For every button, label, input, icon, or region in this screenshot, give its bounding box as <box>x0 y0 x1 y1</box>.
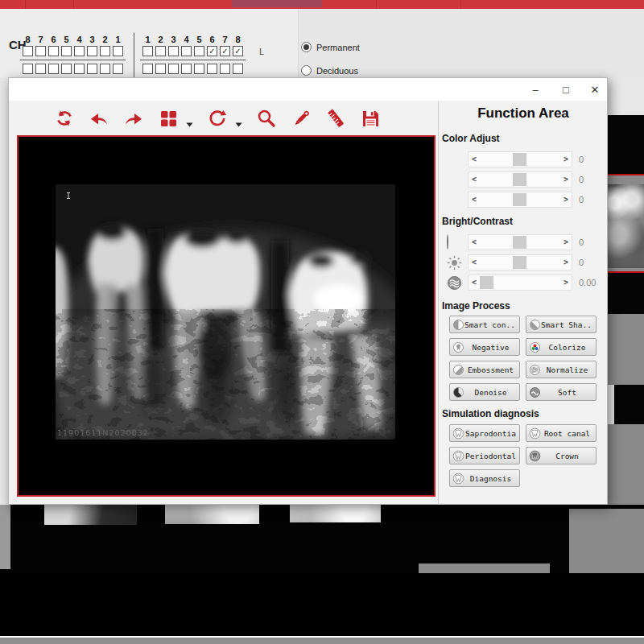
tooth-checkbox[interactable] <box>61 46 72 56</box>
tooth-checkbox[interactable] <box>155 64 166 74</box>
undo-icon[interactable] <box>89 108 109 129</box>
tooth-checkbox[interactable] <box>74 46 85 56</box>
tooth-checkbox[interactable] <box>87 46 97 56</box>
tooth-checkbox[interactable] <box>87 64 97 74</box>
tooth-checkbox[interactable] <box>194 46 204 56</box>
simulation-button-label: Saprodontia <box>464 429 517 438</box>
annotate-pen-icon[interactable] <box>291 108 312 129</box>
simulation-button[interactable]: Root canal <box>526 424 597 442</box>
tooth-checkbox[interactable] <box>23 64 33 74</box>
green-slider[interactable]: < > <box>468 171 572 188</box>
tooth-checkbox[interactable] <box>35 64 46 74</box>
layout-dropdown-caret-icon[interactable] <box>186 116 193 121</box>
layout-grid-icon[interactable] <box>158 108 179 129</box>
slider-thumb[interactable] <box>513 193 526 206</box>
tooth-checkbox[interactable] <box>100 46 110 56</box>
top-bar-divider <box>460 0 461 9</box>
slider-thumb[interactable] <box>480 276 493 289</box>
tooth-checkbox[interactable] <box>48 46 59 56</box>
radio-label: Permanent <box>316 43 360 52</box>
simulation-button[interactable]: Diagnosis <box>449 469 520 487</box>
tooth-checkbox[interactable] <box>48 64 59 74</box>
tooth-checkbox[interactable]: ✓ <box>233 46 243 56</box>
slider-thumb[interactable] <box>513 256 526 269</box>
slider-thumb[interactable] <box>513 173 526 186</box>
process-button[interactable]: Smart Sha... <box>526 316 597 333</box>
zoom-icon[interactable] <box>256 108 277 129</box>
minimize-button[interactable]: – <box>524 80 547 98</box>
process-button[interactable]: Smart con... <box>449 316 520 333</box>
panel-separator <box>438 101 439 505</box>
blue-slider[interactable]: < > <box>468 192 572 208</box>
tooth-checkbox[interactable] <box>181 46 192 56</box>
slider-increase-button[interactable]: > <box>561 152 571 167</box>
refresh-icon[interactable] <box>54 108 75 129</box>
tooth-checkbox[interactable] <box>74 64 85 74</box>
slider-increase-button[interactable]: > <box>561 235 571 250</box>
slider-decrease-button[interactable]: < <box>469 255 479 270</box>
normalize-icon <box>529 364 541 376</box>
save-icon[interactable] <box>360 108 381 129</box>
dialog-titlebar[interactable] <box>9 78 607 101</box>
rotate-dropdown-caret-icon[interactable] <box>235 116 242 121</box>
slider-decrease-button[interactable]: < <box>469 235 479 250</box>
dentition-radio[interactable]: Deciduous <box>301 65 360 76</box>
process-button[interactable]: Negative <box>449 338 520 356</box>
tooth-checkbox[interactable] <box>113 64 123 74</box>
tooth-checkbox[interactable] <box>168 64 179 74</box>
close-button[interactable]: ✕ <box>584 80 606 98</box>
contrast-slider[interactable]: < > <box>468 234 572 250</box>
tooth-checkbox[interactable] <box>142 46 153 56</box>
tooth-checkbox[interactable] <box>181 64 192 74</box>
tooth-checkbox[interactable] <box>113 46 123 56</box>
tooth-checkbox[interactable] <box>61 64 72 74</box>
tooth-checkbox[interactable] <box>168 46 179 56</box>
tooth-checkbox[interactable] <box>207 64 217 74</box>
tooth-checkbox[interactable] <box>23 46 33 56</box>
slider-decrease-button[interactable]: < <box>469 152 479 167</box>
xray-image[interactable]: I 11901611N2020032 <box>56 184 395 440</box>
slider-increase-button[interactable]: > <box>561 172 571 187</box>
simulation-button[interactable]: Periodontal <box>449 447 520 464</box>
image-canvas[interactable]: I 11901611N2020032 <box>17 135 436 497</box>
tooth-checkbox[interactable]: ✓ <box>220 46 230 56</box>
slider-thumb[interactable] <box>513 153 526 166</box>
tooth-checkbox[interactable] <box>220 64 230 74</box>
slider-decrease-button[interactable]: < <box>469 172 479 187</box>
thumbnail-xray-1[interactable] <box>44 505 137 525</box>
maximize-button[interactable]: □ <box>555 80 577 98</box>
slider-increase-button[interactable]: > <box>561 255 571 270</box>
tooth-checkbox[interactable] <box>233 64 243 74</box>
tooth-checkbox[interactable] <box>155 46 166 56</box>
simulation-button[interactable]: Crown <box>526 447 597 464</box>
slider-decrease-button[interactable]: < <box>469 192 479 207</box>
slider-decrease-button[interactable]: < <box>469 275 479 290</box>
dentition-radio[interactable]: Permanent <box>301 42 360 52</box>
thumbnail-xray-2[interactable] <box>165 505 259 524</box>
process-button[interactable]: Denoise <box>449 383 520 401</box>
brightness-slider[interactable]: < > <box>468 254 572 270</box>
tooth-checkbox[interactable] <box>142 64 153 74</box>
simulation-button[interactable]: Saprodontia <box>449 424 520 442</box>
bg-left-edge <box>0 505 10 569</box>
simulation-button-label: Periodontal <box>464 452 517 460</box>
slider-increase-button[interactable]: > <box>561 192 571 207</box>
thumbnail-xray-3[interactable] <box>290 505 381 522</box>
rotate-icon[interactable] <box>207 108 228 129</box>
process-button[interactable]: Normalize <box>526 361 597 378</box>
redo-icon[interactable] <box>123 108 144 129</box>
gamma-slider[interactable]: < > <box>468 275 572 291</box>
brightness-icon <box>447 255 462 270</box>
process-button-label: Colorize <box>541 343 593 352</box>
tooth-checkbox[interactable] <box>194 64 204 74</box>
tooth-checkbox[interactable] <box>35 46 46 56</box>
tooth-checkbox[interactable] <box>100 64 110 74</box>
slider-increase-button[interactable]: > <box>561 275 571 290</box>
ruler-icon[interactable] <box>325 108 346 129</box>
process-button[interactable]: Colorize <box>526 338 597 356</box>
process-button[interactable]: Soft <box>526 383 597 401</box>
process-button[interactable]: Embossment <box>449 361 520 378</box>
tooth-checkbox[interactable]: ✓ <box>207 46 217 56</box>
red-slider[interactable]: < > <box>468 151 572 167</box>
slider-thumb[interactable] <box>513 236 526 249</box>
